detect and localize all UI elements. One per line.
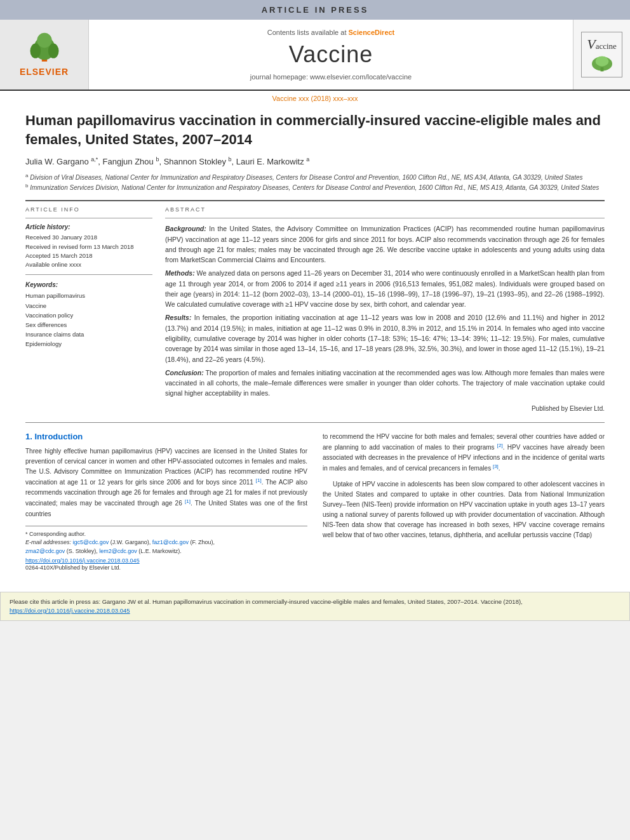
svg-rect-7 [600, 67, 603, 71]
divider-article-info-1 [25, 218, 152, 218]
divider-abstract [165, 218, 605, 218]
authors-line: Julia W. Gargano a,*, Fangjun Zhou b, Sh… [25, 156, 605, 166]
divider-before-intro [25, 422, 605, 423]
intro-col-right: to recommend the HPV vaccine for both ma… [323, 432, 605, 573]
elsevier-text: ELSEVIER [20, 67, 69, 77]
email-stokley[interactable]: zma2@cdc.gov [25, 548, 65, 554]
keyword-hpv: Human papillomavirus [25, 291, 152, 300]
journal-homepage-text: journal homepage: www.elsevier.com/locat… [250, 73, 412, 81]
keyword-vaccine: Vaccine [25, 301, 152, 310]
article-title: Human papillomavirus vaccination in comm… [25, 111, 605, 149]
keyword-vaccination-policy: Vaccination policy [25, 310, 152, 320]
svg-point-6 [595, 56, 608, 66]
keyword-epidemiology: Epidemiology [25, 339, 152, 349]
svg-point-4 [37, 33, 51, 48]
abstract-col: ABSTRACT Background: In the United State… [165, 206, 605, 413]
intro-body-right: to recommend the HPV vaccine for both ma… [323, 432, 605, 540]
journal-header: ELSEVIER Contents lists available at Sci… [0, 20, 630, 91]
main-content: Human papillomavirus vaccination in comm… [0, 105, 630, 585]
cite-bottom-text: Please cite this article in press as: Ga… [10, 597, 620, 616]
divider-after-affiliations [25, 200, 605, 201]
corresponding-note: * Corresponding author. [25, 530, 307, 539]
keyword-insurance: Insurance claims data [25, 330, 152, 339]
history-accepted: Accepted 15 March 2018 [25, 251, 152, 260]
affiliations: a Division of Viral Diseases, National C… [25, 172, 605, 193]
elsevier-logo-area: ELSEVIER [0, 20, 89, 90]
abstract-text: Background: In the United States, the Ad… [165, 223, 605, 413]
email-zhou[interactable]: faz1@cdc.gov [152, 539, 189, 545]
intro-col-left: 1. Introduction Three highly effective h… [25, 432, 307, 573]
article-info-col: ARTICLE INFO Article history: Received 3… [25, 206, 152, 413]
published-by: Published by Elsevier Ltd. [165, 404, 605, 414]
contents-available-text: Contents lists available at ScienceDirec… [267, 29, 395, 36]
vaccine-logo-icon [589, 54, 615, 73]
doi-link[interactable]: https://doi.org/10.1016/j.vaccine.2018.0… [25, 557, 307, 564]
email-markowitz[interactable]: lem2@cdc.gov [99, 548, 137, 554]
divider-article-info-2 [25, 274, 152, 275]
conclusion-heading: Conclusion: [165, 369, 204, 377]
cite-top-line: Vaccine xxx (2018) xxx–xxx [0, 91, 630, 105]
journal-center: Contents lists available at ScienceDirec… [89, 20, 573, 90]
email-gargano[interactable]: igc5@cdc.gov [73, 539, 109, 545]
email-footnote: E-mail addresses: igc5@cdc.gov (J.W. Gar… [25, 538, 307, 556]
keywords-label: Keywords: [25, 281, 152, 288]
background-heading: Background: [165, 225, 206, 232]
cite-bottom-doi[interactable]: https://doi.org/10.1016/j.vaccine.2018.0… [10, 607, 130, 614]
journal-name: Vaccine [289, 41, 373, 68]
svg-point-3 [48, 44, 58, 58]
article-in-press-banner: ARTICLE IN PRESS [0, 0, 630, 20]
elsevier-tree-icon [25, 32, 64, 64]
vaccine-logo-area: Vaccine [573, 20, 630, 90]
intro-body-left: Three highly effective human papillomavi… [25, 446, 307, 519]
footnote-area: * Corresponding author. E-mail addresses… [25, 526, 307, 573]
history-online: Available online xxxx [25, 260, 152, 269]
page: ARTICLE IN PRESS ELSEVIER Contents lists… [0, 0, 630, 621]
elsevier-logo: ELSEVIER [20, 32, 69, 77]
introduction-section: 1. Introduction Three highly effective h… [25, 432, 605, 573]
abstract-label: ABSTRACT [165, 206, 605, 213]
science-direct-link[interactable]: ScienceDirect [349, 29, 395, 36]
history-revised: Received in revised form 13 March 2018 [25, 243, 152, 251]
article-info-label: ARTICLE INFO [25, 206, 152, 213]
vaccine-logo-label: Vaccine [587, 36, 617, 53]
article-info-abstract-cols: ARTICLE INFO Article history: Received 3… [25, 206, 605, 413]
history-received: Received 30 January 2018 [25, 233, 152, 242]
banner-text: ARTICLE IN PRESS [262, 5, 369, 15]
keyword-sex-differences: Sex differences [25, 320, 152, 330]
results-heading: Results: [165, 314, 191, 321]
svg-point-2 [30, 44, 41, 58]
issn-text: 0264-410X/Published by Elsevier Ltd. [25, 564, 307, 573]
methods-heading: Methods: [165, 269, 195, 277]
history-label: Article history: [25, 223, 152, 230]
intro-title: 1. Introduction [25, 432, 307, 441]
cite-bottom-bar: Please cite this article in press as: Ga… [0, 592, 630, 622]
vaccine-logo-box: Vaccine [581, 32, 622, 77]
